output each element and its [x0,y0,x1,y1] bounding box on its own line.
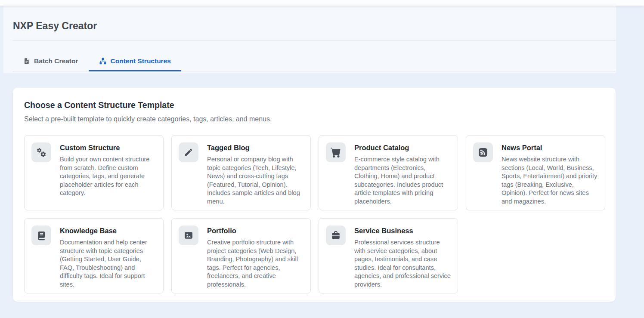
template-title: Product Catalog [354,143,451,152]
template-description: Personal or company blog with topic cate… [207,155,303,206]
template-card-custom-structure[interactable]: Custom Structure Build your own content … [24,135,164,210]
title-divider [13,40,616,41]
panel-heading: Choose a Content Structure Template [24,100,605,110]
page-title: NXP Easy Creator [13,6,616,32]
tab-batch-creator[interactable]: Batch Creator [13,51,89,71]
tab-bar: Batch Creator Content Structures [13,51,616,71]
template-title: Tagged Blog [207,143,303,152]
template-title: Knowledge Base [60,226,156,235]
shopping-cart-icon [326,142,346,162]
content-structures-panel: Choose a Content Structure Template Sele… [13,88,616,302]
template-card-product-catalog[interactable]: Product Catalog E-commerce style catalog… [319,135,458,210]
gears-icon [31,142,51,162]
template-card-service-business[interactable]: Service Business Professional services s… [319,218,458,293]
template-description: Professional services structure with ser… [354,238,451,289]
template-description: Creative portfolio structure with projec… [207,238,303,289]
template-description: News website structure with sections (Lo… [502,155,598,206]
book-icon [31,225,51,245]
tab-label: Batch Creator [34,57,78,65]
template-grid: Custom Structure Build your own content … [24,135,605,293]
top-bar [0,0,644,6]
template-title: Service Business [354,226,451,235]
template-card-knowledge-base[interactable]: Knowledge Base Documentation and help ce… [24,218,164,293]
tab-label: Content Structures [111,57,171,65]
template-description: E-commerce style catalog with department… [354,155,451,206]
rss-icon [473,142,493,162]
file-text-icon [23,57,30,65]
template-card-portfolio[interactable]: Portfolio Creative portfolio structure w… [171,218,311,293]
image-icon [179,225,198,245]
pencil-icon [179,142,198,162]
template-title: News Portal [502,143,598,152]
template-description: Build your own content structure from sc… [60,155,156,198]
briefcase-icon [326,225,346,245]
tab-content-structures[interactable]: Content Structures [89,51,181,71]
template-title: Custom Structure [60,143,156,152]
template-description: Documentation and help center structure … [60,238,156,289]
panel-subheading: Select a pre-built template to quickly c… [24,114,605,123]
sitemap-icon [99,57,107,65]
template-card-news-portal[interactable]: News Portal News website structure with … [466,135,605,210]
template-title: Portfolio [207,226,303,235]
template-card-tagged-blog[interactable]: Tagged Blog Personal or company blog wit… [171,135,311,210]
